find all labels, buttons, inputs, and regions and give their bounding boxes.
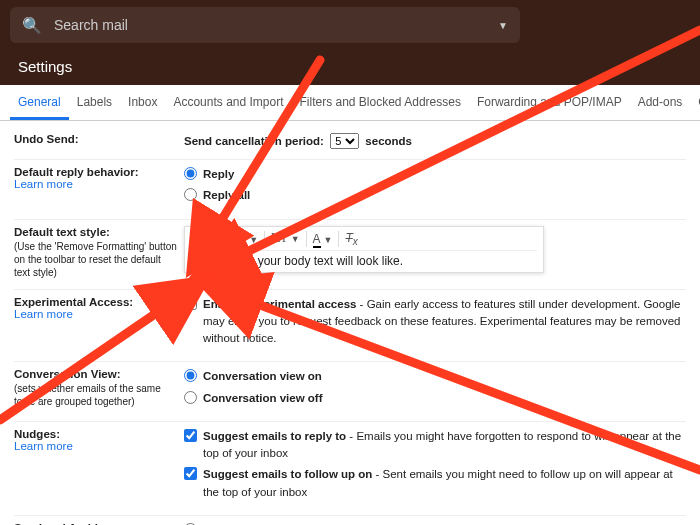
search-options-dropdown[interactable]: ▼: [498, 20, 508, 31]
row-undo-send: Undo Send: Send cancellation period: 5 s…: [14, 127, 686, 160]
topbar: 🔍 ▼: [0, 0, 700, 50]
tab-forwarding[interactable]: Forwarding and POP/IMAP: [469, 85, 630, 120]
checkbox-nudge-follow[interactable]: [184, 467, 197, 480]
label-conversation: Conversation View:: [14, 368, 121, 380]
nudge-follow-bold: Suggest emails to follow up on: [203, 468, 372, 480]
radio-reply-all[interactable]: [184, 188, 197, 201]
search-icon: 🔍: [22, 16, 42, 35]
learn-more-experimental[interactable]: Learn more: [14, 308, 73, 320]
undo-send-desc-pre: Send cancellation period:: [184, 135, 324, 147]
search-bar[interactable]: 🔍 ▼: [10, 7, 520, 43]
settings-tabs: General Labels Inbox Accounts and Import…: [0, 85, 700, 121]
tab-filters[interactable]: Filters and Blocked Addresses: [292, 85, 469, 120]
label-experimental: Experimental Access:: [14, 296, 133, 308]
learn-more-nudges[interactable]: Learn more: [14, 440, 73, 452]
tab-labels[interactable]: Labels: [69, 85, 120, 120]
learn-more-default-reply[interactable]: Learn more: [14, 178, 73, 190]
tab-chat[interactable]: Chat: [690, 85, 700, 120]
tab-accounts[interactable]: Accounts and Import: [165, 85, 291, 120]
label-nudges: Nudges:: [14, 428, 60, 440]
font-size-dropdown[interactable]: 𝗫T▼: [271, 231, 299, 246]
row-conversation: Conversation View: (sets whether emails …: [14, 362, 686, 422]
radio-conv-off[interactable]: [184, 391, 197, 404]
opt-reply: Reply: [203, 166, 234, 183]
settings-content: Undo Send: Send cancellation period: 5 s…: [0, 121, 700, 525]
font-family-dropdown[interactable]: Sans Serif▼: [191, 232, 258, 246]
opt-conv-off: Conversation view off: [203, 390, 323, 407]
radio-conv-on[interactable]: [184, 369, 197, 382]
tab-addons[interactable]: Add-ons: [630, 85, 691, 120]
experimental-bold: Enable experimental access: [203, 298, 356, 310]
checkbox-nudge-reply[interactable]: [184, 429, 197, 442]
row-experimental: Experimental Access: Learn more Enable e…: [14, 290, 686, 363]
row-text-style: Default text style: (Use the 'Remove For…: [14, 220, 686, 290]
sub-text-style: (Use the 'Remove Formatting' button on t…: [14, 240, 178, 279]
tab-inbox[interactable]: Inbox: [120, 85, 165, 120]
search-input[interactable]: [52, 16, 498, 34]
label-default-reply: Default reply behavior:: [14, 166, 139, 178]
label-undo-send: Undo Send:: [14, 133, 184, 149]
row-send-archive: Send and Archive: Learn more Show "Send …: [14, 516, 686, 525]
remove-formatting-button[interactable]: Tx: [345, 231, 357, 247]
label-text-style: Default text style:: [14, 226, 110, 238]
tab-general[interactable]: General: [10, 85, 69, 120]
radio-reply[interactable]: [184, 167, 197, 180]
undo-send-desc-post: seconds: [365, 135, 412, 147]
opt-conv-on: Conversation view on: [203, 368, 322, 385]
page-title: Settings: [0, 50, 700, 85]
text-style-sample: This is what your body text will look li…: [191, 254, 537, 268]
text-style-box: Sans Serif▼ 𝗫T▼ A▼ Tx This is what your …: [184, 226, 544, 273]
opt-reply-all: Reply all: [203, 187, 250, 204]
row-default-reply: Default reply behavior: Learn more Reply…: [14, 160, 686, 220]
nudge-reply-bold: Suggest emails to reply to: [203, 430, 346, 442]
text-color-dropdown[interactable]: A▼: [313, 232, 333, 246]
row-nudges: Nudges: Learn more Suggest emails to rep…: [14, 422, 686, 516]
checkbox-experimental[interactable]: [184, 297, 197, 310]
sub-conversation: (sets whether emails of the same topic a…: [14, 382, 178, 408]
undo-send-select[interactable]: 5: [330, 133, 359, 149]
